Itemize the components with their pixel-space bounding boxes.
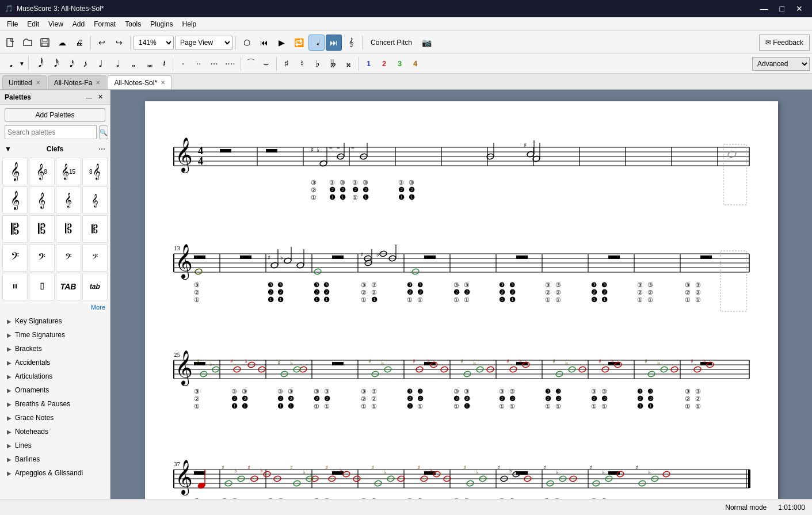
rest-btn[interactable]: 𝄽 xyxy=(155,56,170,72)
clef-perc[interactable]: 𝄥 xyxy=(2,273,28,300)
minimize-button[interactable]: — xyxy=(756,3,773,14)
note-half[interactable]: 𝅗𝅥 xyxy=(109,56,124,72)
clef-alto3[interactable]: 𝄡 xyxy=(56,215,81,243)
cat-breaths-pauses[interactable]: ▶ Breaths & Pauses xyxy=(2,397,108,411)
acc-natural[interactable]: ♮ xyxy=(295,56,310,72)
play-button[interactable]: ▶ xyxy=(273,35,289,51)
menu-format[interactable]: Format xyxy=(89,17,120,30)
new-button[interactable] xyxy=(2,35,18,51)
cat-lines[interactable]: ▶ Lines xyxy=(2,438,108,452)
note-whole[interactable]: 𝅝 xyxy=(124,56,139,72)
clefs-header[interactable]: ▼ Clefs ⋯ xyxy=(2,143,108,155)
clef-bass[interactable]: 𝄢 xyxy=(2,244,28,272)
tab-all-notes-sol-close[interactable]: ✕ xyxy=(161,79,165,86)
clef-treble2[interactable]: 𝄞 xyxy=(2,186,28,214)
clef-treble-8va[interactable]: 8𝄞 xyxy=(82,158,108,185)
menu-help[interactable]: Help xyxy=(178,17,201,30)
cat-barlines[interactable]: ▶ Barlines xyxy=(2,452,108,466)
voice-1[interactable]: 1 xyxy=(361,56,376,72)
screenshot-button[interactable]: 📷 xyxy=(418,35,435,51)
palette-search-button[interactable]: 🔍 xyxy=(99,125,108,139)
feedback-button[interactable]: ✉ Feedback xyxy=(759,35,810,51)
clef-treble-var3[interactable]: 𝄞 xyxy=(82,186,108,214)
rewind-button[interactable]: ⏮ xyxy=(256,35,272,51)
palette-close-btn[interactable]: ✕ xyxy=(96,92,105,102)
clef-perc2[interactable]: 𝄦 xyxy=(29,273,54,300)
clef-alto2[interactable]: 𝄡 xyxy=(29,215,54,243)
clef-treble-var2[interactable]: 𝄞 xyxy=(56,186,81,214)
acc-double-sharp[interactable]: 𝄪 xyxy=(341,56,356,72)
close-button[interactable]: ✕ xyxy=(791,3,807,14)
cat-articulations[interactable]: ▶ Articulations xyxy=(2,369,108,383)
note-input-button[interactable]: 𝅘𝅥 xyxy=(308,35,325,51)
note-32nd[interactable]: 𝅘𝅥𝅰 xyxy=(47,56,62,72)
clef-bass3[interactable]: 𝄢 xyxy=(56,244,81,272)
quad-dot-btn[interactable]: ···· xyxy=(222,56,238,72)
cat-key-signatures[interactable]: ▶ Key Signatures xyxy=(2,314,108,328)
tab-untitled-close[interactable]: ✕ xyxy=(36,79,40,86)
tab-untitled[interactable]: Untitled ✕ xyxy=(2,75,47,89)
clef-bass4[interactable]: 𝄢 xyxy=(82,244,108,272)
add-palettes-button[interactable]: Add Palettes xyxy=(5,108,105,122)
redo-button[interactable]: ↪ xyxy=(111,35,127,51)
triple-dot-btn[interactable]: ··· xyxy=(207,56,222,72)
menu-plugins[interactable]: Plugins xyxy=(146,17,177,30)
clef-treble-8vb[interactable]: 𝄞8 xyxy=(29,158,54,185)
acc-flat[interactable]: ♭ xyxy=(310,56,325,72)
clef-treble-15mb[interactable]: 𝄞15 xyxy=(56,158,81,185)
note-double-whole[interactable]: 𝅜 xyxy=(140,56,155,72)
cat-grace-notes[interactable]: ▶ Grace Notes xyxy=(2,411,108,425)
loop-button[interactable]: 🔁 xyxy=(291,35,307,51)
cat-brackets[interactable]: ▶ Brackets xyxy=(2,342,108,356)
mixer-button[interactable]: ⬡ xyxy=(239,35,255,51)
clef-alto4[interactable]: 𝄡 xyxy=(82,215,108,243)
step-input-button[interactable]: ⏭ xyxy=(326,35,342,51)
clef-tab2[interactable]: tab xyxy=(82,273,108,300)
midi-button[interactable]: 𝄞 xyxy=(343,35,359,51)
note-8th[interactable]: ♪ xyxy=(78,56,93,72)
open-button[interactable] xyxy=(20,35,36,51)
clef-tab[interactable]: TAB xyxy=(56,273,81,300)
menu-view[interactable]: View xyxy=(44,17,68,30)
advanced-select[interactable]: Advanced xyxy=(752,57,810,71)
print-button[interactable]: 🖨 xyxy=(71,35,87,51)
slur-btn[interactable]: ⌒ xyxy=(243,56,258,72)
concert-pitch-button[interactable]: Concert Pitch xyxy=(365,35,417,51)
cloud-button[interactable]: ☁ xyxy=(54,35,70,51)
note-64th[interactable]: 𝅘𝅥𝅱 xyxy=(31,56,46,72)
clef-alto[interactable]: 𝄡 xyxy=(2,215,28,243)
palette-search-input[interactable] xyxy=(5,125,97,139)
note-quarter[interactable]: ♩ xyxy=(93,56,108,72)
cat-noteheads[interactable]: ▶ Noteheads xyxy=(2,425,108,438)
clef-treble-var1[interactable]: 𝄞 xyxy=(29,186,54,214)
advanced-select-wrapper[interactable]: Advanced xyxy=(752,57,810,71)
save-button[interactable] xyxy=(37,35,53,51)
voice-4[interactable]: 4 xyxy=(408,56,423,72)
zoom-select[interactable]: 141% 100% 75% 50% xyxy=(134,36,174,49)
double-dot-btn[interactable]: ·· xyxy=(191,56,206,72)
tab-all-notes-fa-close[interactable]: ✕ xyxy=(96,79,100,86)
note-16th[interactable]: 𝅘𝅥𝅯 xyxy=(62,56,77,72)
tie-btn[interactable]: ⌣ xyxy=(259,56,274,72)
menu-add[interactable]: Add xyxy=(68,17,89,30)
menu-edit[interactable]: Edit xyxy=(22,17,44,30)
tab-all-notes-fa[interactable]: All-Notes-Fa ✕ xyxy=(48,75,107,89)
clef-bass2[interactable]: 𝄢 xyxy=(29,244,54,272)
cat-time-signatures[interactable]: ▶ Time Signatures xyxy=(2,328,108,342)
undo-button[interactable]: ↩ xyxy=(94,35,110,51)
more-link[interactable]: More xyxy=(2,303,108,312)
palette-minimize-btn[interactable]: — xyxy=(83,92,94,102)
menu-tools[interactable]: Tools xyxy=(120,17,146,30)
cat-ornaments[interactable]: ▶ Ornaments xyxy=(2,383,108,397)
note-mode-btn[interactable]: 𝅘 xyxy=(2,56,17,72)
voice-3[interactable]: 3 xyxy=(392,56,407,72)
clef-treble[interactable]: 𝄞 xyxy=(2,158,28,185)
menu-file[interactable]: File xyxy=(2,17,22,30)
maximize-button[interactable]: □ xyxy=(775,3,789,14)
cat-arpeggios[interactable]: ▶ Arpeggios & Glissandi xyxy=(2,466,108,480)
score-area[interactable]: 𝄞 4 4 xyxy=(110,90,812,499)
tab-all-notes-sol[interactable]: All-Notes-Sol* ✕ xyxy=(108,75,171,89)
view-mode-select[interactable]: Page View Continuous View Single Page xyxy=(175,36,232,49)
acc-sharp[interactable]: ♯ xyxy=(279,56,294,72)
clefs-options-btn[interactable]: ⋯ xyxy=(98,145,105,153)
